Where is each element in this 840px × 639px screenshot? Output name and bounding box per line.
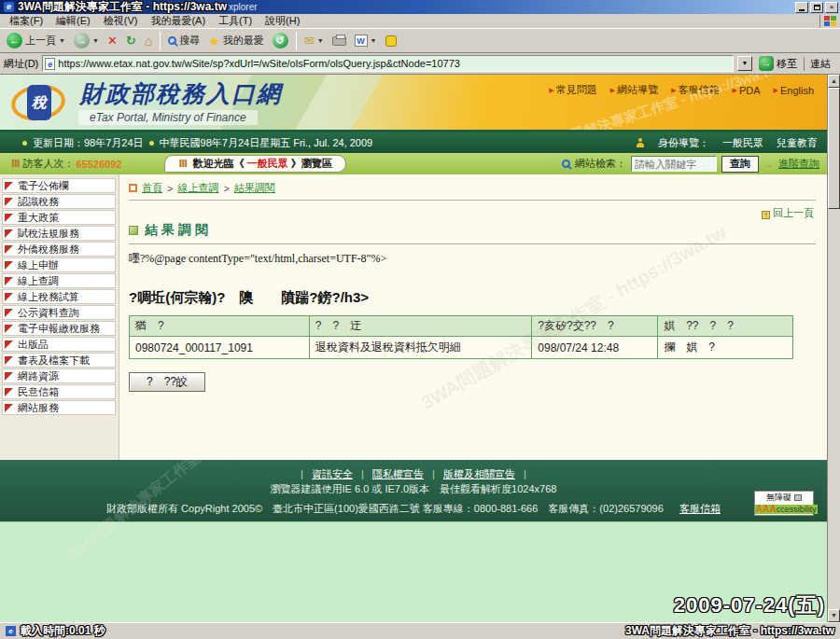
link-service-mail[interactable]: 客服信箱 [671,83,719,97]
identity-children-education[interactable]: 兒童教育 [777,136,818,150]
favorites-button[interactable]: ★ 我的最愛 [205,33,267,49]
accessibility-badge[interactable]: 無障礙 AAAccessibility [754,491,814,516]
print-icon [332,36,346,46]
history-button[interactable]: ↺ [270,32,291,49]
red-flag-icon [5,372,13,381]
sidebar-item-know-tax[interactable]: 認識稅務 [2,194,116,209]
address-dropdown-icon[interactable]: ▼ [737,56,752,71]
identity-general-public[interactable]: 一般民眾 [722,136,763,150]
go-button[interactable]: → 移至 [756,55,800,72]
menu-edit[interactable]: 編輯(E) [50,13,96,29]
red-flag-icon [5,340,13,349]
back-button[interactable]: ← 上一頁 ▼ [4,32,68,49]
print-button[interactable] [329,35,349,47]
sidebar-item-major-policy[interactable]: 重大政策 [2,210,116,225]
footer-link-privacy[interactable]: 隱私權宣告 [372,468,424,479]
menu-help[interactable]: 說明(H) [259,13,305,29]
sidebar-item-e-bulletin[interactable]: 電子公佈欄 [2,178,116,193]
welcome-tab: Ⅲ 歡迎光臨《 一般民眾 》瀏覽區 [164,155,345,173]
col-header-name: ? ? 迂 [309,316,531,337]
sidebar-item-tax-law[interactable]: 賦稅法規服務 [2,226,116,241]
breadcrumb-result[interactable]: 結果調閱 [234,181,275,195]
search-button-toolbar[interactable]: 搜尋 [165,33,203,49]
restore-button[interactable] [810,2,823,13]
site-search-button[interactable]: 查詢 [721,156,759,173]
address-input[interactable]: e https://www.etax.nat.gov.tw/wSite/sp?x… [42,55,734,72]
refresh-button[interactable]: ↻ [123,33,139,49]
sidebar-item-label: 電子公佈欄 [18,179,69,193]
address-url: https://www.etax.nat.gov.tw/wSite/sp?xdU… [58,58,460,69]
update-date: 更新日期：98年7月24日 [33,136,144,150]
scroll-up-icon[interactable]: ▲ [828,75,840,88]
edit-dropdown-icon[interactable]: ▼ [371,37,377,44]
breadcrumb-home[interactable]: 首頁 [142,181,162,195]
red-flag-icon [5,388,13,396]
menu-view[interactable]: 檢視(V) [98,13,144,29]
sidebar-item-web-resources[interactable]: 網路資源 [2,368,116,383]
cell-query-id[interactable]: 0980724_000117_1091 [130,337,310,359]
etax-logo[interactable]: 稅 [11,81,71,124]
forward-dropdown-icon[interactable]: ▼ [92,37,99,44]
sidebar-item-site-service[interactable]: 網站服務 [2,400,116,415]
sidebar-item-label: 線上查調 [18,274,59,288]
sidebar-item-public-data[interactable]: 公示資料查詢 [2,305,116,320]
sidebar-item-label: 線上申辦 [18,258,59,272]
stop-button[interactable]: ✕ [105,33,120,49]
accessibility-label: 無障礙 [766,493,791,503]
link-pda[interactable]: PDA [733,83,761,97]
footer-service-mailbox-link[interactable]: 客服信箱 [679,503,721,514]
accessibility-word: ccessibility [777,505,817,514]
link-sitemap[interactable]: 網站導覽 [610,83,658,97]
home-button[interactable]: ⌂ [142,33,155,49]
link-english[interactable]: English [774,83,814,97]
scrollbar-track[interactable] [828,209,840,609]
section-title-icon [129,226,138,235]
mail-dropdown-icon[interactable]: ▼ [317,37,324,44]
back-dropdown-icon[interactable]: ▼ [59,37,65,44]
site-title: 財政部稅務入口網 [80,78,282,109]
sidebar-item-online-query[interactable]: 線上查調 [2,273,116,288]
scroll-down-icon[interactable]: ▼ [828,609,840,622]
visitors-count: 65526092 [76,159,121,170]
favorites-label: 我的最愛 [223,34,264,48]
scrollbar-thumb[interactable] [828,88,840,209]
sidebar-item-tax-trial[interactable]: 線上稅務試算 [2,289,116,304]
links-menu[interactable]: 連結 [804,57,836,71]
windows-flag-icon [819,15,836,28]
site-search-input[interactable] [631,156,717,172]
forward-button[interactable]: → ▼ [71,32,102,49]
cell-query-time: 098/07/24 12:48 [532,337,658,359]
messenger-button[interactable] [383,35,399,48]
menu-tools[interactable]: 工具(T) [213,13,258,29]
edit-button[interactable]: W ▼ [352,34,380,48]
vertical-scrollbar[interactable]: ▲ ▼ [827,75,840,622]
sidebar-item-publications[interactable]: 出版品 [2,337,116,352]
sidebar-item-foreigner-tax[interactable]: 外僑稅務服務 [2,242,116,257]
bars-icon: Ⅲ [11,159,20,169]
date-bar: 更新日期：98年7月24日 中華民國98年7月24日星期五 Fri., Jul.… [0,132,827,153]
advanced-search-link[interactable]: 進階查詢 [778,157,819,171]
visitors-label: 訪客人次： [22,157,74,171]
back-to-previous-link[interactable]: ↑回上一頁 [762,207,814,218]
link-faq[interactable]: 常見問題 [549,83,596,97]
sidebar-item-downloads[interactable]: 書表及檔案下載 [2,353,116,368]
identity-nav: 身份導覽： 一般民眾 兒童教育 [636,136,818,150]
breadcrumb-online-query[interactable]: 線上查調 [177,181,218,195]
menu-favorites[interactable]: 我的最愛(A) [145,13,211,29]
mail-button[interactable]: ✉ ▼ [301,33,327,49]
footer-link-copyright-notice[interactable]: 版權及相關宣告 [443,468,515,479]
red-flag-icon [5,356,13,365]
browser-window: e 3WA問題解決專家工作室 - https://3wa.tw xplorer … [0,0,840,639]
sidebar-item-online-apply[interactable]: 線上申辦 [2,257,116,272]
sidebar-item-e-filing[interactable]: 電子申報繳稅服務 [2,321,116,336]
close-button[interactable]: × [825,2,838,13]
footer-link-security[interactable]: 資訊安全 [312,468,353,479]
welcome-prefix: 歡迎光臨《 [193,157,245,171]
menu-file[interactable]: 檔案(F) [4,13,49,29]
aaa-rating: AAA [756,504,777,514]
sidebar-item-opinion-mailbox[interactable]: 民意信箱 [2,384,116,399]
download-button[interactable]: ? ??皎 [129,372,205,392]
red-flag-icon [5,214,13,222]
red-flag-icon [5,293,13,301]
minimize-button[interactable] [795,2,808,13]
